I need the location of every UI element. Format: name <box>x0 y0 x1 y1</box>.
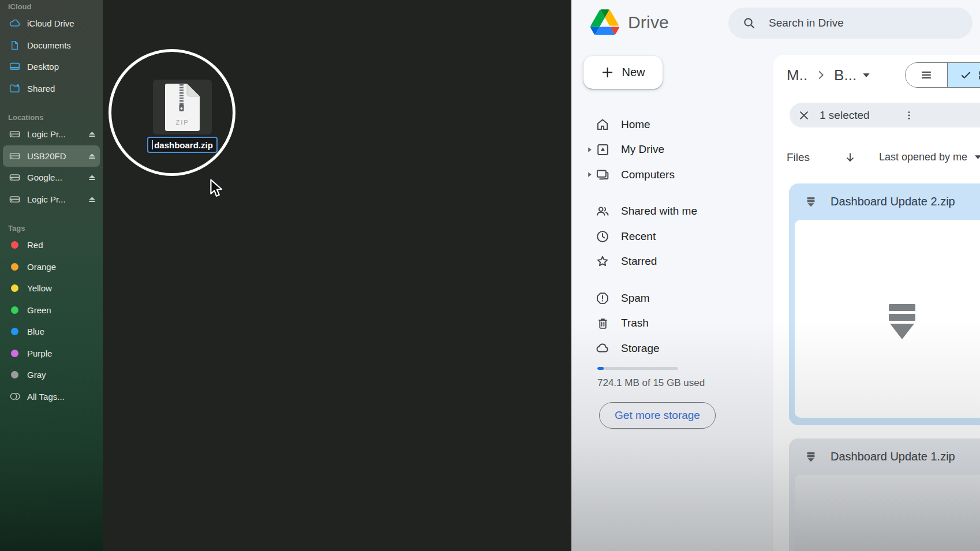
finder-sidebar: iCloud iCloud DriveDocumentsDesktopShare… <box>0 0 103 551</box>
finder-file-area: ZIP dashboard.zip <box>103 0 571 551</box>
svg-text:ZIP: ZIP <box>175 119 189 126</box>
sidebar-item-label: Documents <box>27 40 71 50</box>
drive-nav-item[interactable]: Spam <box>571 286 772 311</box>
finder-sidebar-item[interactable]: Yellow <box>3 278 100 299</box>
file-card[interactable]: Dashboard Update 1.zip <box>789 438 980 551</box>
list-view-button[interactable] <box>906 63 948 87</box>
finder-sidebar-item[interactable]: iCloud Drive <box>3 13 100 35</box>
drive-nav-item[interactable]: My Drive <box>571 137 772 163</box>
sidebar-item-label: Logic Pr... <box>27 194 66 204</box>
grid-view-icon <box>977 69 980 81</box>
shared-with-me-icon <box>594 203 611 219</box>
breadcrumb-current[interactable]: B... <box>834 66 856 84</box>
expand-arrow-icon[interactable] <box>584 147 594 153</box>
finder-sidebar-item[interactable]: Purple <box>3 343 100 365</box>
finder-sidebar-item[interactable]: Blue <box>3 321 100 343</box>
caret-down-icon[interactable] <box>862 73 870 78</box>
file-card-preview <box>795 475 980 551</box>
eject-icon[interactable] <box>87 173 97 182</box>
desktop-icon <box>8 60 21 73</box>
sidebar-item-label: Blue <box>27 327 44 336</box>
finder-sidebar-item[interactable]: Desktop <box>3 56 100 78</box>
drive-icon <box>8 128 21 141</box>
google-drive-window: Drive New HomeMy DriveComputersShared wi… <box>571 0 980 551</box>
drive-logo[interactable]: Drive <box>590 9 669 35</box>
filename-text: dashboard.zip <box>154 140 213 150</box>
finder-section-header: iCloud <box>0 1 103 13</box>
breadcrumb-parent[interactable]: M.. <box>787 66 807 84</box>
cloud-icon <box>8 17 21 30</box>
search-bar[interactable] <box>728 8 972 39</box>
plus-icon <box>601 66 614 79</box>
sidebar-item-label: Desktop <box>27 62 59 72</box>
search-icon[interactable] <box>742 16 756 30</box>
sidebar-item-label: Green <box>27 305 51 315</box>
computers-icon <box>594 167 611 183</box>
tag-dot <box>11 350 18 357</box>
drive-nav-item[interactable]: Computers <box>571 162 772 188</box>
files-header-row: Files Last opened by me <box>773 150 980 167</box>
drive-icon <box>8 149 21 163</box>
finder-section-header: Tags <box>0 223 103 234</box>
finder-window: iCloud iCloud DriveDocumentsDesktopShare… <box>0 0 571 551</box>
eject-icon[interactable] <box>87 129 97 139</box>
finder-sidebar-item[interactable]: USB20FD <box>3 145 100 167</box>
tag-dot <box>11 241 18 249</box>
kebab-menu-icon[interactable] <box>903 110 915 121</box>
finder-section-header: Locations <box>0 112 103 123</box>
filename-edit-field[interactable]: dashboard.zip <box>147 137 218 153</box>
drive-nav-item[interactable]: Shared with me <box>571 199 772 224</box>
get-more-storage-button[interactable]: Get more storage <box>599 402 716 429</box>
shared-folder-icon <box>8 82 21 95</box>
file-card[interactable]: Dashboard Update 2.zip <box>789 183 980 425</box>
finder-sidebar-item[interactable]: Documents <box>3 35 100 57</box>
drive-logo-icon <box>590 9 619 35</box>
finder-sidebar-item[interactable]: Green <box>3 299 100 321</box>
tag-dot <box>11 328 18 335</box>
drive-nav-item[interactable]: Trash <box>571 311 772 336</box>
finder-sidebar-item[interactable]: Google... <box>3 167 100 189</box>
nav-item-label: Starred <box>621 255 657 268</box>
drive-nav-item[interactable]: Home <box>571 112 772 137</box>
tag-dot <box>11 284 18 292</box>
expand-arrow-icon[interactable] <box>584 171 594 178</box>
drive-content-panel: M.. B... <box>773 55 980 551</box>
finder-sidebar-item[interactable]: Shared <box>3 78 100 100</box>
home-icon <box>594 117 611 133</box>
zip-glyph-icon <box>804 450 818 464</box>
drive-nav-item[interactable]: Starred <box>571 249 772 275</box>
finder-sidebar-item[interactable]: Gray <box>3 364 100 386</box>
breadcrumb: M.. B... <box>787 62 870 88</box>
selection-toolbar: 1 selected <box>790 103 980 128</box>
grid-view-button[interactable] <box>948 63 980 87</box>
drive-nav-item[interactable]: Storage <box>571 336 772 361</box>
eject-icon[interactable] <box>87 194 97 204</box>
finder-sidebar-item[interactable]: Orange <box>3 256 100 278</box>
zip-document-glyph: ZIP <box>164 83 200 132</box>
drive-icon <box>8 171 21 184</box>
finder-sidebar-item[interactable]: All Tags... <box>3 386 100 408</box>
sort-dropdown[interactable]: Last opened by me <box>879 151 980 163</box>
trash-icon <box>594 315 611 331</box>
finder-sidebar-item[interactable]: Logic Pr... <box>3 123 100 145</box>
file-card-header: Dashboard Update 1.zip <box>789 438 980 475</box>
finder-sidebar-item[interactable]: Logic Pr... <box>3 189 100 211</box>
finder-tags-list: RedOrangeYellowGreenBluePurpleGrayAll Ta… <box>0 234 103 407</box>
recent-icon <box>594 228 611 245</box>
app-title: Drive <box>628 13 669 32</box>
search-input[interactable] <box>768 16 941 30</box>
zip-file-icon[interactable]: ZIP <box>153 80 212 134</box>
eject-icon[interactable] <box>87 151 97 161</box>
file-card-preview <box>795 220 980 418</box>
close-icon[interactable] <box>798 109 810 122</box>
finder-sidebar-item[interactable]: Red <box>3 234 100 256</box>
sidebar-item-label: Orange <box>27 262 56 272</box>
new-button[interactable]: New <box>583 56 663 89</box>
all-tags-icon <box>8 390 21 403</box>
drive-icon <box>8 193 21 206</box>
chevron-right-icon <box>814 69 827 81</box>
nav-item-label: Computers <box>621 168 675 181</box>
drive-nav-item[interactable]: Recent <box>571 224 772 249</box>
sort-direction-icon[interactable] <box>844 151 856 166</box>
nav-item-label: Home <box>621 118 650 131</box>
